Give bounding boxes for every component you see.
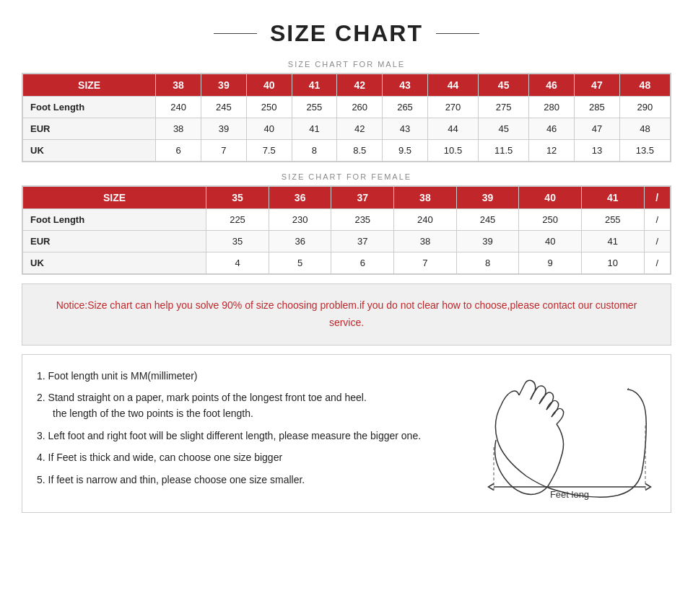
title-row: SIZE CHART — [22, 20, 671, 47]
row-label: Foot Length — [23, 209, 206, 231]
table-row: Foot Length24024525025526026527027528028… — [23, 97, 671, 118]
table-cell: / — [644, 209, 670, 231]
table-cell: 265 — [383, 97, 428, 118]
table-cell: 235 — [331, 209, 394, 231]
table-cell: 10 — [581, 252, 644, 274]
male-header-cell: 39 — [201, 74, 247, 97]
page-title: SIZE CHART — [270, 20, 423, 47]
table-cell: 7.5 — [246, 140, 292, 162]
instructions-list: 1. Foot length unit is MM(millimeter)2. … — [37, 368, 440, 488]
male-header-cell: 38 — [156, 74, 201, 97]
male-header-row: SIZE3839404142434445464748 — [23, 74, 671, 97]
row-label: EUR — [23, 231, 206, 252]
foot-diagram: Feet long — [454, 375, 656, 505]
male-header-cell: 47 — [575, 74, 620, 97]
table-row: UK45678910/ — [23, 252, 671, 274]
female-header-cell: 39 — [456, 187, 519, 209]
table-cell: 10.5 — [427, 140, 478, 162]
table-cell: 4 — [206, 252, 269, 274]
table-cell: 6 — [156, 140, 201, 162]
table-cell: 7 — [201, 140, 247, 162]
instructions-with-image: 1. Foot length unit is MM(millimeter)2. … — [37, 368, 656, 505]
male-header-cell: 45 — [479, 74, 529, 97]
female-header-cell: / — [644, 187, 670, 209]
table-cell: 280 — [529, 97, 575, 118]
page-wrapper: SIZE CHART SIZE CHART FOR MALE SIZE38394… — [0, 0, 693, 527]
table-cell: 39 — [456, 231, 519, 252]
male-size-table: SIZE3839404142434445464748 Foot Length24… — [22, 74, 671, 162]
female-size-table: SIZE35363738394041/ Foot Length225230235… — [22, 186, 671, 274]
table-cell: 5 — [269, 252, 331, 274]
table-cell: 8.5 — [337, 140, 383, 162]
table-cell: 240 — [394, 209, 457, 231]
male-header-cell: 40 — [246, 74, 292, 97]
row-label: Foot Length — [23, 97, 156, 118]
table-cell: 270 — [427, 97, 478, 118]
male-header-cell: 46 — [529, 74, 575, 97]
table-cell: 255 — [292, 97, 337, 118]
table-cell: 7 — [394, 252, 457, 274]
table-cell: 6 — [331, 252, 394, 274]
table-cell: 41 — [581, 231, 644, 252]
male-header-cell: 41 — [292, 74, 337, 97]
table-cell: 40 — [246, 118, 292, 140]
table-cell: 46 — [529, 118, 575, 140]
table-cell: 275 — [479, 97, 529, 118]
table-cell: 13 — [575, 140, 620, 162]
table-cell: 13.5 — [619, 140, 670, 162]
table-cell: 41 — [292, 118, 337, 140]
table-row: Foot Length225230235240245250255/ — [23, 209, 671, 231]
male-header-cell: SIZE — [23, 74, 156, 97]
list-item: 2. Stand straight on a paper, mark point… — [37, 390, 440, 422]
table-cell: 260 — [337, 97, 383, 118]
male-header-cell: 44 — [427, 74, 478, 97]
table-cell: 36 — [269, 231, 331, 252]
table-row: UK677.588.59.510.511.5121313.5 — [23, 140, 671, 162]
table-cell: 11.5 — [479, 140, 529, 162]
table-cell: 39 — [201, 118, 247, 140]
table-row: EUR35363738394041/ — [23, 231, 671, 252]
table-cell: 9 — [519, 252, 582, 274]
row-label: UK — [23, 252, 206, 274]
female-header-cell: 36 — [269, 187, 331, 209]
table-cell: 48 — [619, 118, 670, 140]
title-line-right — [436, 33, 479, 35]
female-header-cell: 40 — [519, 187, 582, 209]
female-table-body: Foot Length225230235240245250255/EUR3536… — [23, 209, 671, 274]
table-cell: 245 — [201, 97, 247, 118]
table-cell: 35 — [206, 231, 269, 252]
table-cell: 45 — [479, 118, 529, 140]
row-label: EUR — [23, 118, 156, 140]
table-cell: 240 — [156, 97, 201, 118]
table-cell: 42 — [337, 118, 383, 140]
instructions-text: 1. Foot length unit is MM(millimeter)2. … — [37, 368, 440, 493]
female-header-cell: 38 — [394, 187, 457, 209]
male-table-wrapper: SIZE3839404142434445464748 Foot Length24… — [22, 73, 671, 162]
list-item: 5. If feet is narrow and thin, please ch… — [37, 472, 440, 488]
foot-svg: Feet long — [454, 375, 656, 505]
male-header-cell: 42 — [337, 74, 383, 97]
table-cell: 245 — [456, 209, 519, 231]
notice-box: Notice:Size chart can help you solve 90%… — [22, 283, 671, 346]
list-item: 1. Foot length unit is MM(millimeter) — [37, 368, 440, 384]
table-cell: 255 — [581, 209, 644, 231]
table-cell: 47 — [575, 118, 620, 140]
female-section-label: SIZE CHART FOR FEMALE — [22, 172, 671, 181]
female-table-wrapper: SIZE35363738394041/ Foot Length225230235… — [22, 185, 671, 275]
table-cell: 37 — [331, 231, 394, 252]
male-section-label: SIZE CHART FOR MALE — [22, 60, 671, 69]
table-cell: 290 — [619, 97, 670, 118]
feet-long-text: Feet long — [550, 489, 589, 500]
table-cell: 285 — [575, 97, 620, 118]
female-header-row: SIZE35363738394041/ — [23, 187, 671, 209]
male-header-cell: 48 — [619, 74, 670, 97]
table-cell: / — [644, 252, 670, 274]
foot-svg-wrapper: Feet long — [454, 375, 656, 505]
list-item-sub: the length of the two points is the foot… — [37, 405, 440, 421]
female-header-cell: 37 — [331, 187, 394, 209]
row-label: UK — [23, 140, 156, 162]
table-cell: 9.5 — [383, 140, 428, 162]
table-cell: 44 — [427, 118, 478, 140]
table-row: EUR3839404142434445464748 — [23, 118, 671, 140]
table-cell: 250 — [246, 97, 292, 118]
